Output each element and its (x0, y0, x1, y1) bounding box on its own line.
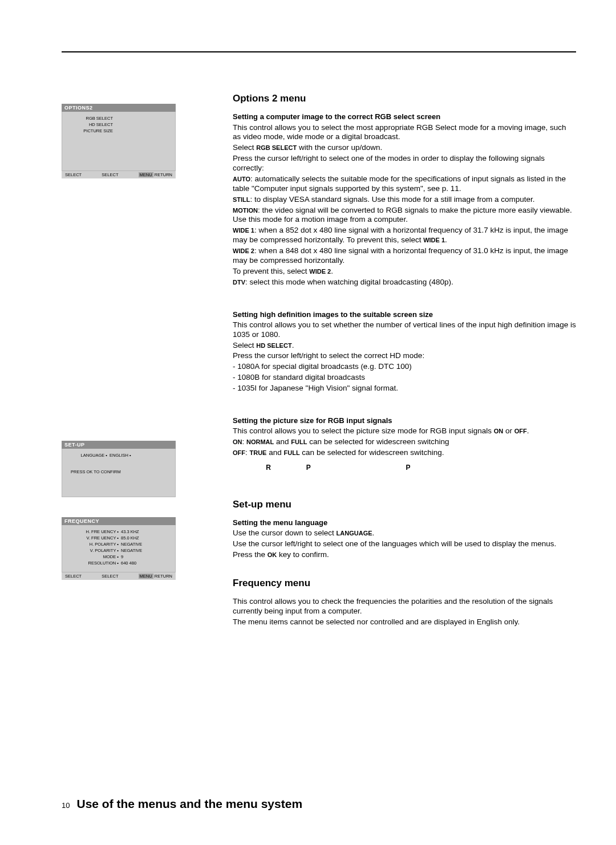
osd-row: HD SELECT (62, 121, 176, 128)
osd-options2-panel: OPTIONS2 RGB SELECT HD SELECT PICTURE SI… (62, 104, 176, 178)
frequency-heading: Frequency menu (233, 577, 576, 589)
freq-text-2: The menu items cannot be selected nor co… (233, 618, 576, 627)
wide1-line: WIDE 1: when a 852 dot x 480 line signal… (233, 226, 576, 245)
osd-label: PICTURE SIZE (67, 128, 115, 133)
wide2-prevent-line: To prevent this, select WIDE 2. (233, 267, 576, 277)
rgb-subheading: Setting a computer image to the correct … (233, 112, 576, 121)
osd-options2-title: OPTIONS2 (62, 104, 176, 112)
ps-off-line: OFF: TRUE and FULL can be selected for w… (233, 448, 576, 458)
hd-1080b: - 1080B for standard digital broadcasts (233, 373, 576, 383)
rgb-select-line: Select RGB SELECT with the cursor up/dow… (233, 143, 576, 153)
osd-row: PICTURE SIZE (62, 128, 176, 134)
wide2-line: WIDE 2: when a 848 dot x 480 line signal… (233, 246, 576, 266)
hd-1080a: - 1080A for special digital broadcasts (… (233, 362, 576, 372)
osd-label: HD SELECT (67, 122, 115, 127)
osd-label: LANGUAGE • (67, 453, 110, 458)
setup-use-line: Use the cursor down to select LANGUAGE. (233, 529, 576, 538)
osd-row: RESOLUTION •640 480 (62, 560, 176, 566)
header-rule (62, 51, 576, 52)
osd-row: H. POLARITY •NEGATIVE (62, 541, 176, 547)
osd-value: ENGLISH • (110, 453, 131, 458)
dtv-line: DTV: select this mode when watching digi… (233, 278, 576, 287)
setup-select-line: Use the cursor left/right to select one … (233, 539, 576, 549)
osd-footer-menu: MENU (139, 172, 153, 177)
freq-text-1: This control allows you to check the fre… (233, 597, 576, 616)
setup-subheading: Setting the menu language (233, 518, 576, 527)
osd-row: LANGUAGE • ENGLISH • (62, 452, 176, 458)
osd-row: H. FRE UENCY •43.3 KHZ (62, 529, 176, 535)
osd-hint: PRESS OK TO CONFIRM (62, 469, 176, 475)
osd-footer-select-l: SELECT (65, 172, 82, 177)
osd-frequency-title: FREQUENCY (62, 517, 176, 525)
osd-row: V. POLARITY •NEGATIVE (62, 547, 176, 554)
auto-line: AUTO: automatically selects the suitable… (233, 174, 576, 194)
options2-heading: Options 2 menu (233, 92, 576, 104)
osd-footer-return: RETURN (155, 574, 172, 579)
ps-on-line: ON: NORMAL and FULL can be selected for … (233, 437, 576, 447)
osd-footer-select-m: SELECT (102, 574, 118, 579)
motion-line: MOTION: the video signal will be convert… (233, 206, 576, 225)
osd-row: V. FRE UENCY •85.0 KHZ (62, 535, 176, 541)
ps-intro: This control allows you to select the pi… (233, 426, 576, 436)
osd-row: RGB SELECT (62, 115, 176, 121)
page-footer: 10 Use of the menus and the menu system (62, 797, 302, 811)
hd-select-line: Select HD SELECT. (233, 341, 576, 351)
osd-frequency-panel: FREQUENCY H. FRE UENCY •43.3 KHZ V. FRE … (62, 517, 176, 580)
osd-footer: SELECT SELECT MENU RETURN (62, 170, 176, 178)
hd-subheading: Setting high definition images to the su… (233, 310, 576, 319)
osd-footer-menu: MENU (139, 574, 153, 579)
hd-press: Press the cursor left/right to select th… (233, 351, 576, 361)
osd-footer-select-m: SELECT (102, 172, 118, 177)
setup-heading: Set-up menu (233, 498, 576, 510)
setup-press-line: Press the OK key to confirm. (233, 550, 576, 560)
osd-footer: SELECT SELECT MENU RETURN (62, 572, 176, 580)
still-line: STILL: to display VESA standard signals.… (233, 195, 576, 205)
ps-subheading: Setting the picture size for RGB input s… (233, 416, 576, 425)
rgb-press: Press the cursor left/right to select on… (233, 154, 576, 173)
osd-row: MODE •9 (62, 554, 176, 560)
hd-1035i: - 1035I for Japanese "High Vision" signa… (233, 384, 576, 393)
page-number: 10 (62, 801, 70, 810)
hd-intro: This control allows you to set whether t… (233, 320, 576, 340)
osd-setup-panel: SET-UP LANGUAGE • ENGLISH • PRESS OK TO … (62, 441, 176, 497)
page-title: Use of the menus and the menu system (76, 797, 302, 811)
rgb-intro: This control allows you to select the mo… (233, 123, 576, 143)
osd-footer-return: RETURN (155, 172, 172, 177)
osd-label: RGB SELECT (67, 116, 115, 121)
osd-footer-select-l: SELECT (65, 574, 82, 579)
osd-setup-title: SET-UP (62, 441, 176, 449)
note-line: R P P (233, 464, 576, 472)
